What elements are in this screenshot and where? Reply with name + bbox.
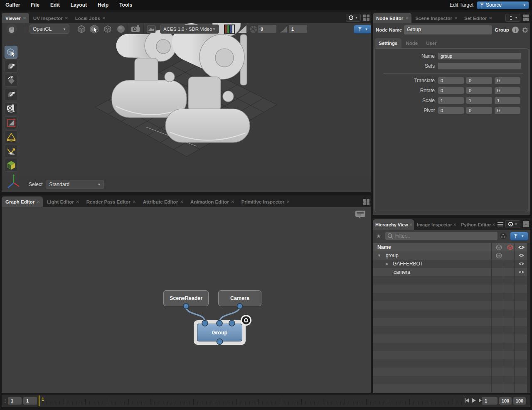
rotate-y-field[interactable]: 0 <box>466 87 492 94</box>
menu-edit[interactable]: Edit <box>45 2 65 8</box>
tab-set-editor[interactable]: Set Editor✕ <box>461 13 495 23</box>
close-icon[interactable]: ✕ <box>454 16 458 20</box>
viewer-focus-dropdown[interactable]: ▼ <box>346 14 361 22</box>
close-icon[interactable]: ✕ <box>409 223 413 227</box>
viewer-pin-dropdown[interactable]: ▼ <box>354 25 371 34</box>
wireframe-cube-icon[interactable] <box>103 23 112 35</box>
close-icon[interactable]: ✕ <box>65 16 68 20</box>
subtab-settings[interactable]: Settings <box>374 38 401 48</box>
tab-light-editor[interactable]: Light Editor✕ <box>43 196 82 207</box>
tab-render-pass-editor[interactable]: Render Pass Editor✕ <box>83 196 139 207</box>
scale-x-field[interactable]: 1 <box>438 97 464 104</box>
close-icon[interactable]: ✕ <box>286 199 290 204</box>
list-menu-icon[interactable] <box>498 222 503 227</box>
rotate-x-field[interactable]: 0 <box>438 87 464 94</box>
tab-animation-editor[interactable]: Animation Editor✕ <box>187 196 237 207</box>
scale-y-field[interactable]: 1 <box>466 97 492 104</box>
tool-crop-window-button[interactable] <box>5 116 17 129</box>
close-icon[interactable]: ✕ <box>102 16 106 20</box>
camera-hand-icon[interactable] <box>6 24 17 34</box>
tab-attribute-editor[interactable]: Attribute Editor✕ <box>139 196 186 207</box>
tool-light-placement-button[interactable] <box>5 145 17 157</box>
scale-z-field[interactable]: 1 <box>495 97 520 104</box>
menu-help[interactable]: Help <box>92 2 114 8</box>
star-icon[interactable]: ★ <box>376 233 381 239</box>
timeline-grip[interactable] <box>5 399 6 403</box>
select-dropdown[interactable]: Standard▼ <box>46 180 104 189</box>
tab-graph-editor[interactable]: Graph Editor✕ <box>2 196 43 207</box>
translate-y-field[interactable]: 0 <box>466 77 492 84</box>
pivot-z-field[interactable]: 0 <box>495 107 520 114</box>
tool-show-geometry-button[interactable] <box>5 159 17 172</box>
hierarchy-pin-dropdown[interactable]: ▼ <box>510 232 528 241</box>
node-scenereader[interactable]: SceneReader <box>163 290 209 306</box>
close-icon[interactable]: ✕ <box>489 16 492 20</box>
edit-target-dropdown[interactable]: Source ▼ <box>477 1 529 9</box>
annotation-icon[interactable] <box>355 210 366 219</box>
exposure-icon[interactable] <box>249 23 258 35</box>
tool-select-button[interactable] <box>5 46 17 59</box>
color-channels-icon[interactable] <box>224 23 235 35</box>
tab-local-jobs[interactable]: Local Jobs✕ <box>71 13 108 23</box>
tool-rotate-button[interactable] <box>5 74 17 87</box>
display-transform-dropdown[interactable]: ACES 1.0 - SDR Video▼ <box>160 25 219 34</box>
tab-scene-inspector[interactable]: Scene Inspector✕ <box>412 13 461 23</box>
node-editor-mode-dropdown[interactable]: ▼ <box>505 14 520 22</box>
menu-layout[interactable]: Layout <box>65 2 92 8</box>
pivot-x-field[interactable]: 0 <box>438 107 464 114</box>
visibility-eye-icon[interactable] <box>516 253 527 258</box>
hierarchy-row-group[interactable]: ▼group <box>373 251 530 260</box>
graph-canvas[interactable]: SceneReader Camera Group <box>2 207 371 393</box>
gamma2-icon[interactable] <box>279 23 288 35</box>
translate-x-field[interactable]: 0 <box>438 77 464 84</box>
subtab-node[interactable]: Node <box>401 38 422 48</box>
menu-gaffer[interactable]: Gaffer <box>0 2 25 8</box>
current-frame-field[interactable]: 1 <box>23 397 37 405</box>
play-icon[interactable] <box>471 398 476 403</box>
layout-menu-icon[interactable] <box>363 199 369 205</box>
close-icon[interactable]: ✕ <box>76 199 79 204</box>
close-icon[interactable]: ✕ <box>405 16 409 20</box>
frame-field[interactable]: 1 <box>482 397 498 405</box>
tab-python-editor[interactable]: Python Editor✕ <box>458 219 496 230</box>
tab-viewer[interactable]: Viewer✕ <box>2 13 29 23</box>
tab-primitive-inspector[interactable]: Primitive Inspector✕ <box>238 196 293 207</box>
visibility-eye-icon[interactable] <box>516 262 527 266</box>
filter-input[interactable] <box>385 232 498 240</box>
gear-icon[interactable] <box>521 26 529 34</box>
close-icon[interactable]: ✕ <box>453 223 457 227</box>
tab-uv-inspector[interactable]: UV Inspector✕ <box>30 13 71 23</box>
tool-camera-button[interactable] <box>5 102 17 115</box>
close-icon[interactable]: ✕ <box>492 223 495 227</box>
close-icon[interactable]: ✕ <box>23 16 26 20</box>
shaded-cube-icon[interactable] <box>77 23 86 35</box>
subtab-user[interactable]: User <box>422 38 441 48</box>
playhead[interactable] <box>39 395 39 406</box>
node-name-field[interactable]: Group <box>404 25 492 34</box>
tab-hierarchy-view[interactable]: Hierarchy View✕ <box>373 219 414 230</box>
sets-field[interactable] <box>438 63 521 69</box>
layout-menu-icon[interactable] <box>523 221 529 227</box>
tool-translate-button[interactable] <box>5 60 17 73</box>
range-start-field[interactable]: 1 <box>8 397 22 405</box>
node-group[interactable]: Group <box>197 324 242 341</box>
exposure-field[interactable]: 0 <box>258 25 276 33</box>
name-field[interactable]: group <box>438 53 521 59</box>
rotate-z-field[interactable]: 0 <box>495 87 520 94</box>
tool-scale-button[interactable] <box>5 88 17 101</box>
layout-menu-icon[interactable] <box>523 15 529 21</box>
range-end-field[interactable]: 100 <box>499 397 512 405</box>
camera-icon[interactable] <box>131 23 141 35</box>
gamma-field[interactable]: 1 <box>289 25 307 33</box>
gamma-icon[interactable] <box>237 23 247 35</box>
close-icon[interactable]: ✕ <box>37 199 40 204</box>
menu-file[interactable]: File <box>25 2 45 8</box>
tab-image-inspector[interactable]: Image Inspector✕ <box>414 219 458 230</box>
expand-triangle-icon[interactable]: ▼ <box>377 253 381 258</box>
collapse-triangle-icon[interactable]: ▶ <box>386 262 389 266</box>
pivot-y-field[interactable]: 0 <box>466 107 492 114</box>
hierarchy-focus-dropdown[interactable]: ▼ <box>505 220 520 228</box>
sphere-icon[interactable] <box>117 23 125 35</box>
tool-light-button[interactable] <box>5 130 17 143</box>
visibility-eye-icon[interactable] <box>516 270 527 274</box>
